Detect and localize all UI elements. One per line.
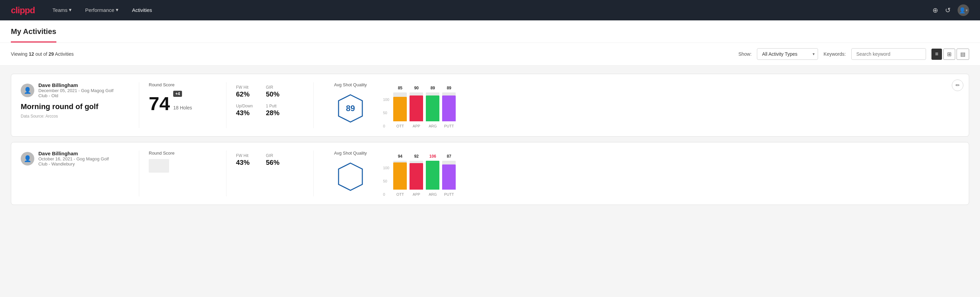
activity-card-2: 👤 Dave Billingham October 16, 2021 - Gog… [11,142,969,205]
bar2-putt: 87 PUTT [442,154,456,196]
bar-putt-outer [442,93,456,121]
bar2-ott-inner [393,163,407,190]
grid-icon: ⊞ [947,51,951,57]
bar-app: 90 APP [409,86,423,128]
bar2-app-label: APP [412,192,420,196]
list-icon: ▤ [960,51,966,57]
stat2-fw-hit-value: 43% [236,159,262,166]
bar2-putt-value: 87 [447,154,451,159]
bar-ott-label: OTT [396,124,404,128]
avatar-icon-2: 👤 [24,155,31,163]
view-grid-button[interactable]: ⊞ [943,49,955,60]
stat-fw-hit-value: 62% [236,90,262,98]
round-score-label: Round Score [149,82,216,87]
bar-chart-2: 100 50 0 94 OTT 92 APP [383,150,959,196]
card-divider-3 [313,82,314,128]
stat-updown-value: 43% [236,109,262,117]
score-placeholder [149,159,169,172]
avg-shot-quality-label: Avg Shot Quality [334,82,367,87]
activity-type-select[interactable]: All Activity Types Round Practice [757,48,818,60]
page-title: My Activities [11,21,56,43]
shot-quality-section: Avg Shot Quality 89 [323,82,378,128]
edit-icon: ✏ [956,82,960,88]
y2-label-100: 100 [383,166,389,170]
bar-arg-label: ARG [428,124,437,128]
bar-putt: 89 PUTT [442,86,456,128]
search-input[interactable] [851,48,926,60]
add-icon[interactable]: ⊕ [932,6,938,14]
bar-app-value: 90 [414,86,419,90]
view-list-dense-button[interactable]: ≡ [931,49,942,60]
activity-type-select-wrapper: All Activity Types Round Practice ▾ [757,48,818,60]
stat-gir-value: 50% [266,90,292,98]
y-label-50: 50 [383,111,389,115]
navbar: clippd Teams ▾ Performance ▾ Activities … [0,0,980,21]
bar2-arg-outer [426,161,439,190]
bar2-app-inner [409,163,423,190]
teams-chevron-icon: ▾ [69,7,72,13]
bar2-arg-value: 106 [429,154,436,159]
stat-fw-hit: FW Hit 62% [236,82,266,101]
stats-grid-2: FW Hit 43% GIR 56% [236,150,296,169]
user-date: December 05, 2021 - Gog Magog Golf Club … [38,88,119,98]
bar-arg-value: 89 [431,86,435,90]
chart-yaxis-2: 100 50 0 [383,166,389,196]
bar-putt-value: 89 [447,86,451,90]
avatar-icon: 👤 [24,87,31,94]
round-score-section-2: Round Score [149,150,216,196]
stat-1putt-label: 1 Putt [266,104,292,109]
viewing-prefix: Viewing [11,51,29,57]
activity-card: ✏ 👤 Dave Billingham December 05, 2021 - … [11,74,969,137]
card-divider-2-2 [226,150,226,196]
bar-arg: 89 ARG [426,86,439,128]
list-dense-icon: ≡ [935,51,938,57]
stat2-gir-value: 56% [266,159,292,166]
stat2-fw-hit-label: FW Hit [236,153,262,158]
card-divider-1 [139,82,139,128]
card-divider-2 [226,82,226,128]
stat-1putt-value: 28% [266,109,292,117]
score-holes: 18 Holes [173,105,192,110]
avatar-2: 👤 [21,152,34,166]
page-header: My Activities [0,21,980,43]
user-avatar-nav[interactable]: 👤 ▾ [958,5,969,16]
stats-section-2: FW Hit 43% GIR 56% [236,150,304,196]
round-score-label-2: Round Score [149,150,216,156]
chart-yaxis: 100 50 0 [383,97,389,128]
activity-title: Morning round of golf [21,102,119,111]
user-info: 👤 Dave Billingham December 05, 2021 - Go… [21,82,119,98]
stat2-gir: GIR 56% [266,150,296,169]
user-chevron-icon: ▾ [966,8,968,13]
bar-arg-outer [426,93,439,121]
bar2-arg-inner [426,161,439,190]
bar2-arg: 106 ARG [426,154,439,196]
viewing-middle: out of [34,51,49,57]
stat-fw-hit-label: FW Hit [236,85,262,90]
nav-right: ⊕ ↺ 👤 ▾ [932,5,969,16]
refresh-icon[interactable]: ↺ [945,6,951,14]
stat-1putt: 1 Putt 28% [266,101,296,120]
bar2-putt-label: PUTT [444,192,454,196]
bar-ott-outer [393,93,407,121]
nav-item-activities[interactable]: Activities [131,0,153,21]
stat-gir-label: GIR [266,85,292,90]
show-label: Show: [738,51,751,57]
nav-item-performance[interactable]: Performance ▾ [84,0,120,21]
user-details-2: Dave Billingham October 16, 2021 - Gog M… [38,150,119,166]
logo[interactable]: clippd [11,5,35,16]
score-badge: +4 [173,91,182,97]
user-details: Dave Billingham December 05, 2021 - Gog … [38,82,119,98]
edit-button[interactable]: ✏ [952,80,963,91]
keywords-label: Keywords: [824,51,846,57]
bar-chart-section: 100 50 0 85 OTT 90 [378,82,959,128]
nav-activities-label: Activities [132,7,152,13]
bar2-putt-outer [442,161,456,190]
data-source: Data Source: Arccos [21,114,119,118]
bar2-app: 92 APP [409,154,423,196]
view-list-button[interactable]: ▤ [956,49,969,60]
filter-bar: Viewing 12 out of 29 Activities Show: Al… [0,43,980,65]
nav-item-teams[interactable]: Teams ▾ [51,0,73,21]
user-info-2: 👤 Dave Billingham October 16, 2021 - Gog… [21,150,119,166]
svg-marker-1 [339,163,362,190]
bar-putt-label: PUTT [444,124,454,128]
